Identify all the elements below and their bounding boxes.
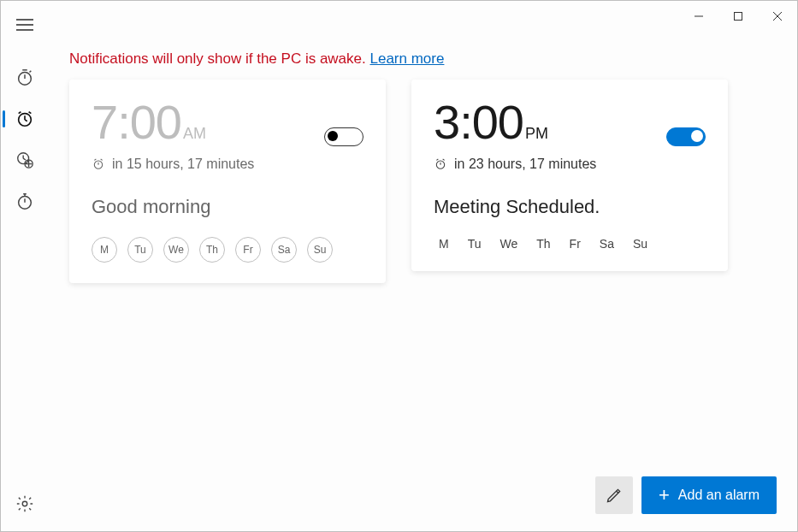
alarm-time: 7:00 [92, 95, 181, 149]
main-content: Notifications will only show if the PC i… [49, 1, 797, 531]
day-Su[interactable]: Su [307, 237, 333, 263]
alarm-countdown: in 15 hours, 17 minutes [112, 157, 254, 172]
svg-line-28 [101, 159, 103, 160]
alarm-toggle[interactable] [666, 127, 706, 146]
svg-point-24 [22, 501, 27, 506]
nav-timer[interactable] [1, 57, 49, 98]
alarm-card[interactable]: 3:00PM in 23 hours, 17 minutes Meeting S… [411, 80, 728, 271]
day-We[interactable]: We [163, 237, 189, 263]
day-Th[interactable]: Th [199, 237, 225, 263]
alarm-days: M Tu We Th Fr Sa Su [92, 237, 364, 263]
pencil-icon [606, 487, 623, 504]
day-Tu[interactable]: Tu [468, 237, 482, 251]
svg-point-7 [19, 73, 32, 86]
add-alarm-label: Add an alarm [678, 488, 760, 503]
svg-line-33 [616, 491, 618, 494]
menu-button[interactable] [8, 8, 42, 42]
nav-alarm[interactable] [1, 98, 49, 139]
alarm-time: 3:00 [434, 95, 523, 149]
svg-line-31 [436, 159, 438, 160]
notification-notice: Notifications will only show if the PC i… [69, 50, 777, 68]
navigation-sidebar [1, 1, 49, 531]
add-alarm-button[interactable]: + Add an alarm [641, 476, 777, 514]
svg-line-27 [94, 159, 96, 160]
svg-line-32 [443, 159, 445, 160]
svg-point-20 [19, 197, 32, 210]
plus-icon: + [659, 486, 670, 505]
alarm-days: M Tu We Th Fr Sa Su [434, 237, 706, 251]
alarm-clock-icon [434, 157, 447, 171]
day-We[interactable]: We [500, 237, 518, 251]
day-Th[interactable]: Th [536, 237, 550, 251]
notice-text: Notifications will only show if the PC i… [69, 50, 369, 67]
edit-alarms-button[interactable] [595, 476, 633, 514]
day-Sa[interactable]: Sa [600, 237, 614, 251]
day-M[interactable]: M [439, 237, 449, 251]
alarm-ampm: AM [183, 125, 206, 142]
day-Tu[interactable]: Tu [127, 237, 153, 263]
day-Sa[interactable]: Sa [271, 237, 297, 263]
day-Su[interactable]: Su [633, 237, 647, 251]
alarm-ampm: PM [525, 125, 548, 142]
nav-stopwatch[interactable] [1, 180, 49, 222]
day-Fr[interactable]: Fr [570, 237, 581, 251]
svg-line-13 [25, 120, 27, 121]
alarm-countdown: in 23 hours, 17 minutes [454, 157, 596, 172]
svg-line-18 [23, 158, 26, 160]
nav-world-clock[interactable] [1, 139, 49, 180]
learn-more-link[interactable]: Learn more [369, 50, 444, 67]
day-Fr[interactable]: Fr [235, 237, 261, 263]
svg-line-15 [29, 112, 32, 114]
svg-line-14 [19, 112, 21, 114]
day-M[interactable]: M [92, 237, 117, 263]
alarm-label: Meeting Scheduled. [434, 196, 706, 218]
alarm-clock-icon [92, 157, 105, 171]
alarm-toggle[interactable] [324, 127, 364, 146]
alarm-card[interactable]: 7:00AM in 15 hours, 17 minutes Good morn… [69, 80, 386, 283]
svg-line-10 [30, 71, 32, 73]
settings-button[interactable] [1, 483, 49, 524]
alarm-label: Good morning [92, 196, 364, 218]
